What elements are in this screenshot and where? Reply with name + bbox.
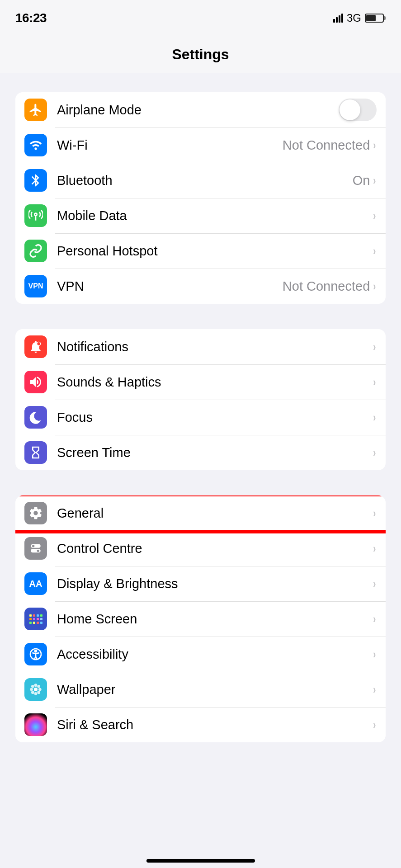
siri-icon — [24, 713, 47, 736]
toggles-icon — [24, 537, 47, 560]
chevron-right-icon: › — [373, 647, 376, 661]
chevron-right-icon: › — [373, 279, 376, 293]
row-label: Siri & Search — [57, 717, 373, 732]
svg-point-13 — [37, 685, 40, 688]
svg-point-12 — [31, 685, 34, 688]
page-header: Settings — [0, 36, 401, 73]
svg-point-2 — [32, 545, 34, 547]
row-notifications[interactable]: Notifications › — [15, 329, 386, 364]
chevron-right-icon: › — [373, 446, 376, 460]
gear-icon — [24, 502, 47, 524]
chevron-right-icon: › — [373, 577, 376, 591]
settings-group-network: Airplane Mode Wi-Fi Not Connected › Blue… — [15, 92, 386, 304]
row-sounds-haptics[interactable]: Sounds & Haptics › — [15, 364, 386, 400]
chevron-right-icon: › — [373, 542, 376, 556]
chevron-right-icon: › — [373, 209, 376, 223]
row-label: Screen Time — [57, 445, 373, 460]
settings-group-attention: Notifications › Sounds & Haptics › Focus… — [15, 329, 386, 470]
svg-point-4 — [37, 550, 39, 552]
wifi-icon — [24, 134, 47, 156]
airplane-toggle[interactable] — [339, 99, 377, 121]
row-label: Bluetooth — [57, 173, 353, 188]
battery-icon — [365, 14, 386, 23]
chevron-right-icon: › — [373, 138, 376, 152]
settings-group-system: General › Control Centre › AA Display & … — [15, 495, 386, 742]
svg-point-14 — [31, 691, 34, 694]
row-wifi[interactable]: Wi-Fi Not Connected › — [15, 127, 386, 163]
accessibility-icon — [24, 643, 47, 665]
status-bar: 16:23 3G — [0, 0, 401, 36]
row-label: Sounds & Haptics — [57, 375, 373, 390]
row-label: Notifications — [57, 340, 373, 354]
row-label: Airplane Mode — [57, 103, 339, 118]
chevron-right-icon: › — [373, 410, 376, 425]
link-icon — [24, 240, 47, 262]
text-size-icon: AA — [24, 572, 47, 595]
row-label: Control Centre — [57, 541, 373, 556]
airplane-icon — [24, 99, 47, 121]
row-label: Mobile Data — [57, 208, 373, 223]
chevron-right-icon: › — [373, 244, 376, 258]
chevron-right-icon: › — [373, 375, 376, 389]
row-label: Home Screen — [57, 612, 373, 627]
row-personal-hotspot[interactable]: Personal Hotspot › — [15, 233, 386, 269]
row-label: VPN — [57, 279, 283, 294]
svg-point-0 — [37, 342, 41, 345]
home-indicator[interactable] — [146, 859, 255, 863]
row-control-centre[interactable]: Control Centre › — [15, 531, 386, 566]
antenna-icon — [24, 204, 47, 227]
row-siri-search[interactable]: Siri & Search › — [15, 707, 386, 742]
svg-point-7 — [34, 688, 38, 691]
speaker-icon — [24, 371, 47, 393]
row-accessibility[interactable]: Accessibility › — [15, 637, 386, 672]
row-label: Wi-Fi — [57, 138, 283, 153]
svg-point-10 — [30, 688, 33, 691]
row-label: Personal Hotspot — [57, 244, 373, 259]
moon-icon — [24, 406, 47, 429]
row-wallpaper[interactable]: Wallpaper › — [15, 672, 386, 707]
row-label: Display & Brightness — [57, 576, 373, 591]
vpn-icon: VPN — [24, 275, 47, 297]
row-focus[interactable]: Focus › — [15, 400, 386, 435]
svg-point-6 — [35, 650, 37, 652]
chevron-right-icon: › — [373, 340, 376, 354]
svg-point-8 — [34, 684, 38, 687]
row-mobile-data[interactable]: Mobile Data › — [15, 198, 386, 233]
row-label: Wallpaper — [57, 682, 373, 697]
row-detail: On — [353, 173, 370, 188]
chevron-right-icon: › — [373, 683, 376, 697]
row-airplane-mode[interactable]: Airplane Mode — [15, 92, 386, 127]
svg-point-11 — [38, 688, 42, 691]
bluetooth-icon — [24, 169, 47, 192]
row-vpn[interactable]: VPN VPN Not Connected › — [15, 269, 386, 304]
row-detail: Not Connected — [283, 138, 370, 153]
row-home-screen[interactable]: Home Screen › — [15, 601, 386, 637]
row-display-brightness[interactable]: AA Display & Brightness › — [15, 566, 386, 601]
row-label: Focus — [57, 410, 373, 425]
chevron-right-icon: › — [373, 174, 376, 188]
chevron-right-icon: › — [373, 718, 376, 732]
row-general[interactable]: General › — [15, 495, 386, 531]
row-screen-time[interactable]: Screen Time › — [15, 435, 386, 470]
app-grid-icon — [24, 608, 47, 630]
cellular-signal-icon — [333, 14, 343, 23]
row-bluetooth[interactable]: Bluetooth On › — [15, 163, 386, 198]
bell-icon — [24, 335, 47, 358]
hourglass-icon — [24, 441, 47, 464]
svg-point-15 — [37, 691, 40, 694]
network-type: 3G — [347, 12, 361, 24]
row-label: Accessibility — [57, 647, 373, 662]
chevron-right-icon: › — [373, 612, 376, 626]
status-indicators: 3G — [333, 12, 386, 24]
row-detail: Not Connected — [283, 279, 370, 294]
row-label: General — [57, 506, 373, 521]
flower-icon — [24, 678, 47, 701]
chevron-right-icon: › — [373, 506, 376, 520]
svg-point-9 — [34, 692, 38, 695]
page-title: Settings — [0, 46, 401, 63]
status-time: 16:23 — [15, 11, 47, 25]
